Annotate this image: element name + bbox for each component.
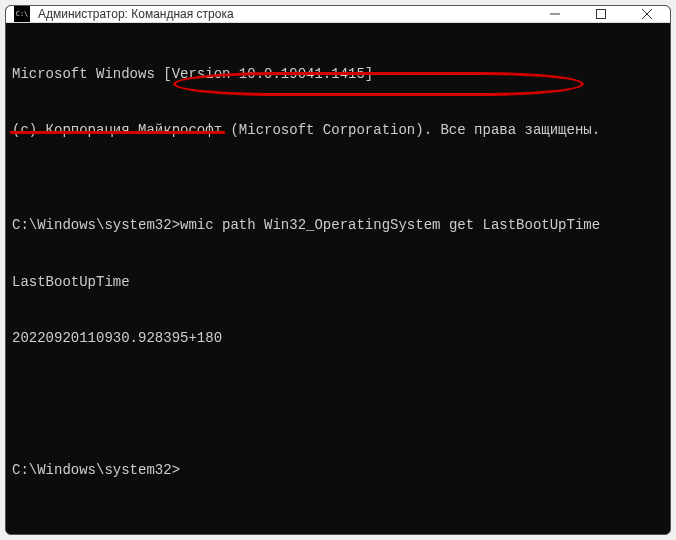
terminal-body[interactable]: Microsoft Windows [Version 10.0.19041.14… <box>6 23 670 535</box>
copyright-line: (c) Корпорация Майкрософт (Microsoft Cor… <box>12 121 664 140</box>
window-title: Администратор: Командная строка <box>38 7 532 21</box>
prompt-1: C:\Windows\system32> <box>12 217 180 233</box>
titlebar[interactable]: C:\ Администратор: Командная строка <box>6 6 670 23</box>
cmd-window: C:\ Администратор: Командная строка <box>5 5 671 535</box>
prompt-2: C:\Windows\system32> <box>12 462 180 478</box>
cursor <box>180 463 188 478</box>
minimize-button[interactable] <box>532 6 578 22</box>
close-icon <box>642 9 652 19</box>
cmd-icon-glyph: C:\ <box>16 11 29 18</box>
close-button[interactable] <box>624 6 670 22</box>
svg-rect-1 <box>597 10 606 19</box>
output-value: 20220920110930.928395+180 <box>12 329 664 348</box>
command-line-1: C:\Windows\system32>wmic path Win32_Oper… <box>12 216 664 235</box>
minimize-icon <box>550 9 560 19</box>
window-controls <box>532 6 670 22</box>
cmd-icon: C:\ <box>14 6 30 22</box>
output-header: LastBootUpTime <box>12 273 664 292</box>
active-prompt-line: C:\Windows\system32> <box>12 461 664 480</box>
maximize-icon <box>596 9 606 19</box>
command-text: wmic path Win32_OperatingSystem get Last… <box>180 217 600 233</box>
version-line: Microsoft Windows [Version 10.0.19041.14… <box>12 65 664 84</box>
maximize-button[interactable] <box>578 6 624 22</box>
